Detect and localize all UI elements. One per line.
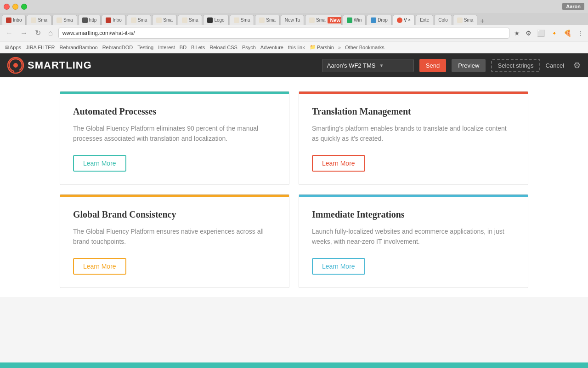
- smartling-toolbar: SMARTLING Aaron's WF2 TMS ▼ Send Preview…: [0, 53, 588, 77]
- tab-sma-3[interactable]: Sma: [127, 15, 152, 25]
- tab-sma-4[interactable]: Sma: [152, 15, 177, 25]
- tab-new[interactable]: New Ta: [281, 15, 304, 25]
- learn-more-brand-button[interactable]: Learn More: [73, 258, 126, 275]
- smartling-logo: SMARTLING: [7, 57, 92, 74]
- address-text: www.smartling.com/what-it-is/: [62, 30, 135, 36]
- card-title-translation: Translation Management: [312, 106, 515, 117]
- card-title-automated: Automated Processes: [73, 106, 276, 117]
- bookmark-rebranddod[interactable]: RebrandDOD: [101, 44, 135, 51]
- tab-inbox-2[interactable]: Inbo: [102, 15, 125, 25]
- title-bar: Aaron: [0, 0, 588, 13]
- svg-point-1: [13, 63, 18, 68]
- profile-button[interactable]: 🍕: [563, 29, 572, 38]
- card-translation-management: Translation Management Smartling's platf…: [299, 91, 528, 185]
- bookmark-psych[interactable]: Psych: [241, 44, 257, 51]
- theme-button[interactable]: ⬜: [536, 29, 546, 38]
- card-title-brand: Global Brand Consistency: [73, 209, 276, 220]
- tab-inbox-1[interactable]: Inbo: [2, 15, 26, 25]
- bookmark-rebrandbamboo[interactable]: RebrandBamboo: [58, 44, 99, 51]
- card-automated-processes: Automated Processes The Global Fluency P…: [60, 91, 289, 185]
- tab-sma-5[interactable]: Sma: [178, 15, 203, 25]
- main-content: Automated Processes The Global Fluency P…: [0, 77, 588, 297]
- tab-sma-last[interactable]: Sma: [453, 15, 478, 25]
- card-title-integrations: Immediate Integrations: [312, 209, 515, 220]
- back-button[interactable]: ←: [4, 28, 15, 38]
- address-bar[interactable]: www.smartling.com/what-it-is/: [58, 28, 509, 39]
- reload-button[interactable]: ↻: [33, 28, 43, 38]
- tab-sma-7[interactable]: Sma: [255, 15, 280, 25]
- tab-sma-1[interactable]: Sma: [27, 15, 51, 25]
- learn-more-translation-button[interactable]: Learn More: [312, 155, 365, 172]
- card-top-bar-orange: [60, 195, 289, 197]
- maximize-window-icon[interactable]: [21, 4, 27, 10]
- card-desc-brand: The Global Fluency Platform ensures nati…: [73, 226, 276, 247]
- settings-button[interactable]: ⚙: [525, 29, 532, 38]
- close-window-icon[interactable]: [4, 4, 10, 10]
- bottom-teal-bar: [0, 362, 588, 368]
- new-tab-badge: New: [328, 17, 342, 23]
- extensions-button[interactable]: 🔸: [549, 29, 559, 38]
- cards-section: Automated Processes The Global Fluency P…: [0, 86, 588, 297]
- tab-sma-new[interactable]: Sma New: [305, 15, 342, 25]
- apps-icon: ⊞: [5, 45, 9, 50]
- bookmark-testing[interactable]: Testing: [136, 44, 155, 51]
- minimize-window-icon[interactable]: [12, 4, 18, 10]
- dropdown-arrow-icon: ▼: [379, 63, 384, 68]
- top-fade: [0, 77, 588, 86]
- card-desc-translation: Smartling's platform enables brands to t…: [312, 123, 515, 144]
- tab-bar: Inbo Sma Sma http Inbo Sma Sma Sma Logo …: [0, 13, 588, 25]
- bookmark-parshin[interactable]: 📁 Parshin: [308, 44, 335, 51]
- card-top-bar-blue: [299, 195, 528, 197]
- bookmark-other[interactable]: Other Bookmarks: [344, 44, 386, 51]
- bookmark-jira[interactable]: JIRA FILTER: [24, 44, 56, 51]
- card-global-brand: Global Brand Consistency The Global Flue…: [60, 194, 289, 288]
- bookmark-interest[interactable]: Interest: [157, 44, 176, 51]
- card-desc-integrations: Launch fully-localized websites and ecom…: [312, 226, 515, 247]
- bookmark-adventure[interactable]: Adventure: [259, 44, 285, 51]
- card-desc-automated: The Global Fluency Platform eliminates 9…: [73, 123, 276, 144]
- send-button[interactable]: Send: [419, 59, 446, 72]
- card-immediate-integrations: Immediate Integrations Launch fully-loca…: [299, 194, 528, 288]
- bookmark-thislink[interactable]: this link: [287, 44, 306, 51]
- tab-extensions[interactable]: Exte: [416, 15, 433, 25]
- bookmark-apps[interactable]: ⊞ Apps: [4, 44, 23, 51]
- more-button[interactable]: ⋮: [576, 29, 584, 38]
- tab-windows[interactable]: Win: [343, 15, 366, 25]
- tab-sma-6[interactable]: Sma: [230, 15, 254, 25]
- card-top-bar-teal: [60, 92, 289, 94]
- forward-button[interactable]: →: [18, 28, 29, 38]
- navigation-bar: ← → ↻ ⌂ www.smartling.com/what-it-is/ ★ …: [0, 25, 588, 41]
- tab-http[interactable]: http: [78, 15, 101, 25]
- bookmark-bd[interactable]: BD: [178, 44, 188, 51]
- settings-icon[interactable]: ⚙: [573, 60, 581, 70]
- tab-logo[interactable]: Logo: [203, 15, 228, 25]
- home-button[interactable]: ⌂: [46, 28, 55, 38]
- card-top-bar-red: [299, 92, 528, 94]
- new-tab-button[interactable]: +: [478, 17, 486, 25]
- tab-colors[interactable]: Colo: [434, 15, 452, 25]
- bookmark-blets[interactable]: B'Lets: [190, 44, 206, 51]
- bookmarks-bar: ⊞ Apps JIRA FILTER RebrandBamboo Rebrand…: [0, 41, 588, 53]
- tab-active[interactable]: V ×: [393, 15, 415, 25]
- logo-text: SMARTLING: [28, 59, 92, 71]
- cancel-button[interactable]: Cancel: [546, 62, 564, 69]
- bookmark-star-button[interactable]: ★: [513, 29, 521, 38]
- learn-more-integrations-button[interactable]: Learn More: [312, 258, 365, 275]
- learn-more-automated-button[interactable]: Learn More: [73, 155, 126, 172]
- bookmark-reload-css[interactable]: Reload CSS: [208, 44, 239, 51]
- tab-sma-2[interactable]: Sma: [52, 15, 77, 25]
- smartling-logo-icon: [7, 57, 24, 74]
- tab-dropbox[interactable]: Drop: [367, 15, 392, 25]
- user-badge: Aaron: [562, 3, 584, 10]
- select-strings-button[interactable]: Select strings: [491, 59, 540, 72]
- cards-grid: Automated Processes The Global Fluency P…: [60, 91, 528, 288]
- tms-dropdown[interactable]: Aaron's WF2 TMS ▼: [322, 59, 414, 72]
- preview-button[interactable]: Preview: [452, 59, 486, 72]
